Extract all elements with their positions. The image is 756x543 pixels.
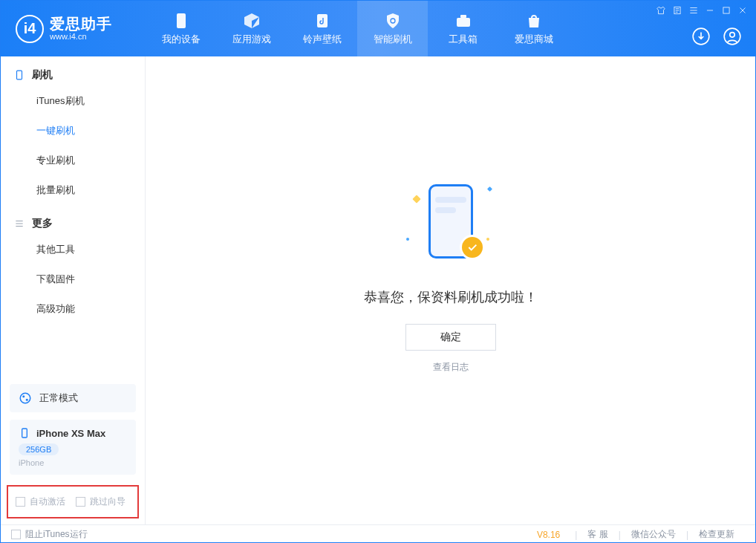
sidebar-item-itunes-flash[interactable]: iTunes刷机: [1, 86, 145, 116]
list-icon: [14, 218, 25, 230]
device-name: iPhone XS Max: [36, 428, 105, 439]
svg-rect-13: [22, 429, 27, 438]
phone-outline-icon: [14, 69, 25, 81]
music-file-icon: [313, 12, 331, 30]
checkbox-icon: [76, 497, 85, 507]
tab-label: 我的设备: [162, 33, 201, 46]
ok-button[interactable]: 确定: [405, 324, 496, 351]
checkbox-icon: [11, 530, 21, 539]
status-bar: 阻止iTunes运行 V8.16 | 客 服 | 微信公众号 | 检查更新: [1, 524, 755, 543]
menu-icon[interactable]: [688, 5, 699, 16]
device-card[interactable]: iPhone XS Max 256GB iPhone: [10, 420, 136, 475]
tab-apps[interactable]: 应用游戏: [216, 1, 287, 56]
cube-icon: [243, 12, 261, 30]
svg-rect-0: [177, 13, 186, 28]
sidebar-item-batch-flash[interactable]: 批量刷机: [1, 175, 145, 205]
svg-rect-1: [317, 14, 328, 27]
highlighted-options-box: 自动激活 跳过向导: [7, 485, 139, 518]
note-icon[interactable]: [672, 5, 682, 16]
checkbox-icon: [16, 497, 25, 507]
svg-rect-9: [17, 71, 22, 79]
sidebar-group-more: 更多: [1, 205, 145, 235]
view-log-link[interactable]: 查看日志: [433, 361, 469, 374]
success-message: 恭喜您，保资料刷机成功啦！: [364, 288, 538, 306]
bag-icon: [525, 12, 543, 30]
main-content: 恭喜您，保资料刷机成功啦！ 确定 查看日志: [146, 56, 755, 524]
sidebar-item-firmware[interactable]: 下载固件: [1, 264, 145, 294]
phone-icon: [172, 12, 190, 30]
success-illustration: [406, 178, 495, 267]
toolbox-icon: [454, 12, 472, 30]
svg-point-8: [730, 33, 735, 38]
sidebar-group-label: 更多: [32, 217, 53, 230]
tab-label: 工具箱: [449, 33, 478, 46]
svg-point-12: [26, 399, 28, 401]
tab-ringtone[interactable]: 铃声壁纸: [287, 1, 357, 56]
svg-rect-2: [457, 18, 470, 27]
svg-point-11: [22, 395, 25, 397]
tab-toolbox[interactable]: 工具箱: [428, 1, 498, 56]
user-circle-icon[interactable]: [723, 27, 742, 46]
svg-point-10: [20, 393, 30, 403]
sidebar-group-flash: 刷机: [1, 56, 145, 86]
mode-icon: [19, 391, 32, 405]
svg-rect-3: [460, 15, 466, 18]
device-type: iPhone: [19, 458, 127, 467]
header-right-actions: [691, 27, 742, 46]
app-subtitle: www.i4.cn: [50, 32, 112, 41]
tab-label: 智能刷机: [374, 33, 412, 46]
app-title: 爱思助手: [50, 16, 112, 32]
tab-my-device[interactable]: 我的设备: [146, 1, 216, 56]
tab-label: 爱思商城: [515, 33, 553, 46]
version-label: V8.16: [537, 530, 560, 540]
main-tabs: 我的设备 应用游戏 铃声壁纸 智能刷机 工具箱 爱思商城: [146, 1, 569, 56]
footer-link-update[interactable]: 检查更新: [688, 528, 745, 541]
mode-card[interactable]: 正常模式: [10, 384, 136, 412]
shirt-icon[interactable]: [656, 5, 666, 16]
shield-sync-icon: [384, 12, 402, 30]
checkbox-label: 自动激活: [30, 495, 65, 508]
download-circle-icon[interactable]: [691, 27, 711, 46]
maximize-icon[interactable]: [721, 5, 731, 16]
minimize-icon[interactable]: [705, 5, 715, 16]
checkbox-stop-itunes[interactable]: 阻止iTunes运行: [11, 528, 88, 541]
sidebar-item-other-tools[interactable]: 其他工具: [1, 235, 145, 264]
checkbox-auto-activate[interactable]: 自动激活: [16, 495, 65, 508]
device-icon: [19, 427, 30, 439]
tab-smart-flash[interactable]: 智能刷机: [357, 1, 428, 56]
window-controls: [656, 5, 748, 16]
tab-label: 铃声壁纸: [303, 33, 342, 46]
svg-rect-5: [723, 7, 729, 13]
checkbox-label: 阻止iTunes运行: [25, 528, 88, 541]
mode-label: 正常模式: [39, 391, 78, 405]
app-header: i4 爱思助手 www.i4.cn 我的设备 应用游戏 铃声壁纸 智能刷机 工具…: [1, 1, 755, 56]
sidebar-item-advanced[interactable]: 高级功能: [1, 294, 145, 324]
close-icon[interactable]: [737, 5, 748, 16]
logo: i4 爱思助手 www.i4.cn: [1, 1, 146, 56]
device-storage: 256GB: [19, 443, 59, 455]
sidebar-group-label: 刷机: [32, 68, 53, 82]
svg-point-7: [724, 28, 740, 45]
sidebar: 刷机 iTunes刷机 一键刷机 专业刷机 批量刷机 更多 其他工具 下载固件 …: [1, 56, 146, 524]
checkbox-label: 跳过向导: [90, 495, 126, 508]
tab-store[interactable]: 爱思商城: [498, 1, 569, 56]
sidebar-item-pro-flash[interactable]: 专业刷机: [1, 146, 145, 175]
check-badge-icon: [460, 235, 485, 260]
footer-link-wechat[interactable]: 微信公众号: [621, 528, 686, 541]
sidebar-item-oneclick-flash[interactable]: 一键刷机: [1, 116, 145, 146]
logo-icon: i4: [16, 15, 44, 43]
footer-link-service[interactable]: 客 服: [577, 528, 618, 541]
tab-label: 应用游戏: [232, 33, 271, 46]
checkbox-skip-wizard[interactable]: 跳过向导: [76, 495, 126, 508]
